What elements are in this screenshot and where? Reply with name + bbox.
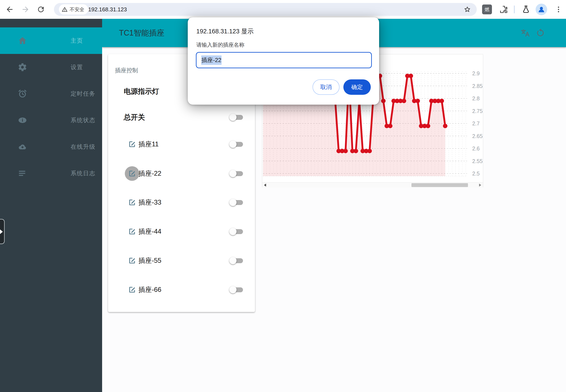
rename-input[interactable]: 插座-22 bbox=[196, 52, 372, 68]
master-switch-row: 总开关 bbox=[108, 104, 255, 130]
url-text: 192.168.31.123 bbox=[88, 3, 127, 16]
socket-toggle[interactable] bbox=[230, 140, 243, 148]
socket-toggle[interactable] bbox=[230, 228, 243, 235]
gear-icon bbox=[18, 62, 27, 72]
socket-row: 插座-55 bbox=[108, 248, 255, 273]
scroll-right-icon bbox=[479, 183, 481, 187]
edit-icon[interactable] bbox=[128, 256, 136, 265]
socket-row: 插座-66 bbox=[108, 277, 255, 303]
url-bar[interactable]: 不安全 192.168.31.123 bbox=[54, 3, 477, 16]
svg-text:2.55: 2.55 bbox=[472, 158, 483, 164]
rename-input-value: 插座-22 bbox=[201, 56, 222, 65]
browser-menu-button[interactable] bbox=[551, 0, 566, 19]
kebab-menu-icon bbox=[555, 6, 562, 13]
browser-toolbar: 不安全 192.168.31.123 燃 bbox=[0, 0, 566, 19]
card-title: 插座控制 bbox=[115, 67, 138, 74]
scrollbar-thumb[interactable] bbox=[411, 183, 468, 187]
scroll-right-button[interactable] bbox=[477, 182, 483, 188]
socket-label: 插座-44 bbox=[139, 227, 161, 236]
sidebar-item-label: 系统状态 bbox=[71, 116, 96, 124]
sidebar-item-system-status[interactable]: 系统状态 bbox=[0, 107, 102, 134]
profile-avatar-icon bbox=[537, 5, 546, 14]
toolbar-divider bbox=[514, 6, 515, 13]
forward-button[interactable] bbox=[18, 0, 33, 19]
socket-row: 插座-44 bbox=[108, 219, 255, 244]
socket-row: 插座11 bbox=[108, 131, 255, 157]
alarm-clock-icon bbox=[18, 89, 27, 98]
forward-icon bbox=[21, 5, 30, 14]
socket-label: 插座-66 bbox=[139, 285, 161, 294]
master-switch-label: 总开关 bbox=[124, 112, 145, 122]
scroll-left-icon bbox=[264, 183, 266, 187]
bookmark-button[interactable] bbox=[464, 3, 471, 16]
svg-text:2.7: 2.7 bbox=[472, 120, 480, 126]
socket-label: 插座11 bbox=[139, 140, 159, 149]
translate-icon[interactable] bbox=[520, 28, 530, 38]
extension-badge-label: 燃 bbox=[485, 6, 490, 13]
profile-button[interactable] bbox=[536, 4, 547, 15]
warning-icon bbox=[61, 6, 68, 13]
sidebar-item-home[interactable]: 主页 bbox=[0, 28, 102, 54]
master-toggle[interactable] bbox=[230, 113, 243, 121]
sidebar-item-schedule[interactable]: 定时任务 bbox=[0, 81, 102, 107]
sidebar-item-label: 在线升级 bbox=[71, 143, 96, 151]
socket-label: 插座-33 bbox=[139, 198, 161, 207]
sidebar-item-label: 定时任务 bbox=[71, 90, 96, 98]
svg-text:2.9: 2.9 bbox=[472, 70, 480, 76]
socket-toggle[interactable] bbox=[230, 198, 243, 206]
edit-icon[interactable] bbox=[128, 198, 136, 207]
screen: 不安全 192.168.31.123 燃 bbox=[0, 0, 566, 392]
security-label: 不安全 bbox=[70, 6, 84, 13]
experiments-button[interactable] bbox=[519, 0, 534, 19]
sidebar-item-label: 设置 bbox=[71, 63, 83, 71]
drawer-handle[interactable] bbox=[0, 219, 5, 244]
sidebar-nav: 主页 设置 定时任务 系统状态 在线升级 bbox=[0, 19, 102, 392]
edit-icon[interactable] bbox=[128, 285, 136, 294]
extensions-button[interactable] bbox=[496, 0, 511, 19]
home-icon bbox=[18, 36, 27, 45]
sidebar-item-settings[interactable]: 设置 bbox=[0, 54, 102, 81]
back-button[interactable] bbox=[2, 0, 17, 19]
chart-scrollbar[interactable] bbox=[262, 182, 483, 188]
edit-icon[interactable] bbox=[128, 140, 136, 149]
edit-icon[interactable] bbox=[128, 227, 136, 236]
page-title: TC1智能插座 bbox=[119, 19, 164, 47]
ok-button[interactable]: 确定 bbox=[343, 79, 371, 95]
dialog-message: 请输入新的插座名称 bbox=[196, 41, 244, 48]
socket-toggle[interactable] bbox=[230, 257, 243, 265]
sidebar-item-label: 主页 bbox=[71, 37, 83, 44]
scroll-left-button[interactable] bbox=[262, 182, 268, 188]
sidebar-item-online-upgrade[interactable]: 在线升级 bbox=[0, 134, 102, 160]
flask-icon bbox=[522, 5, 530, 14]
cloud-download-icon bbox=[18, 142, 27, 152]
extension-badge-button[interactable]: 燃 bbox=[482, 4, 492, 14]
svg-text:2.8: 2.8 bbox=[472, 96, 480, 101]
dialog-title: 192.168.31.123 显示 bbox=[196, 27, 254, 36]
edit-icon[interactable] bbox=[128, 169, 136, 178]
rename-dialog: 192.168.31.123 显示 请输入新的插座名称 插座-22 取消 确定 bbox=[188, 17, 379, 105]
puzzle-icon bbox=[499, 5, 508, 14]
star-icon bbox=[464, 6, 471, 13]
sidebar-item-system-log[interactable]: 系统日志 bbox=[0, 160, 102, 187]
refresh-icon[interactable] bbox=[536, 28, 545, 38]
log-lines-icon bbox=[18, 168, 27, 178]
svg-text:2.85: 2.85 bbox=[472, 83, 483, 89]
socket-row: 插座-33 bbox=[108, 190, 255, 215]
svg-text:2.5: 2.5 bbox=[472, 170, 480, 177]
socket-toggle[interactable] bbox=[230, 286, 243, 294]
back-icon bbox=[5, 5, 14, 14]
info-icon bbox=[18, 115, 27, 125]
chevron-right-icon bbox=[0, 229, 3, 234]
socket-toggle[interactable] bbox=[230, 170, 243, 177]
socket-row: 插座-22 bbox=[108, 161, 255, 186]
reload-icon bbox=[37, 5, 45, 14]
cancel-button[interactable]: 取消 bbox=[312, 79, 340, 95]
indicator-label: 电源指示灯 bbox=[124, 87, 159, 96]
socket-label: 插座-22 bbox=[139, 169, 161, 178]
security-chip[interactable]: 不安全 bbox=[59, 4, 88, 14]
sidebar-item-label: 系统日志 bbox=[71, 169, 96, 177]
svg-text:2.6: 2.6 bbox=[472, 145, 480, 152]
reload-button[interactable] bbox=[33, 0, 48, 19]
svg-text:2.75: 2.75 bbox=[472, 108, 483, 114]
svg-text:2.65: 2.65 bbox=[472, 133, 483, 139]
